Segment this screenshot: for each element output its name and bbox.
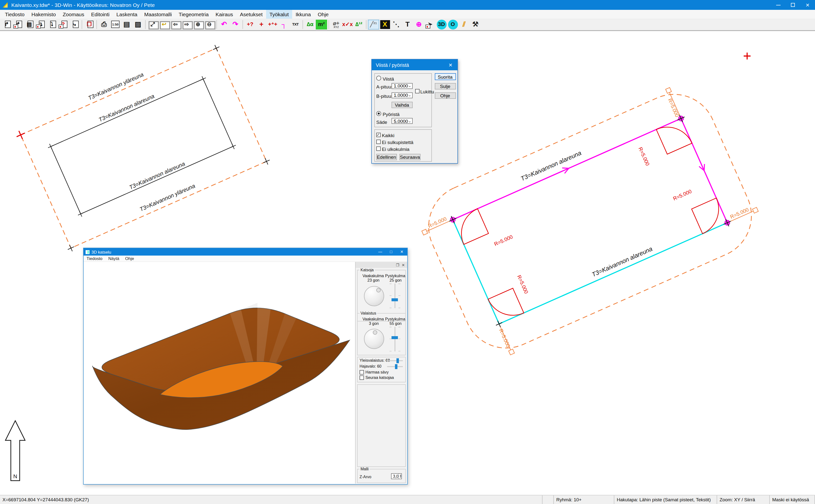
- circle-tool-button[interactable]: ⊕: [413, 20, 424, 29]
- seuraa-katsojaa-checkbox[interactable]: [360, 375, 364, 380]
- write-file-button[interactable]: ↴: [35, 20, 46, 29]
- title-bar: Kaivanto.xy.tdw* - 3D-Win - Käyttöoikeus…: [0, 0, 815, 10]
- node-edit-button[interactable]: ⋱: [391, 20, 402, 29]
- chamfer-fillet-button[interactable]: ╱²¹: [368, 20, 379, 29]
- katsoja-slider-handle[interactable]: [392, 298, 398, 301]
- text-tool-button[interactable]: TXT: [290, 20, 301, 29]
- read-file-format-button[interactable]: ↱: [12, 20, 24, 29]
- menu-kairaus[interactable]: Kairaus: [212, 10, 236, 18]
- toolbar-separator: [82, 20, 82, 29]
- katsoja-horizontal-dial[interactable]: [364, 286, 384, 306]
- file-query-button[interactable]: ?: [57, 20, 69, 29]
- viewer-menu-ohje[interactable]: Ohje: [122, 256, 137, 261]
- zoom-extents-button[interactable]: ⤢: [147, 20, 158, 29]
- zoom-in-button[interactable]: ⊕: [192, 20, 203, 29]
- menu-tiegeometria[interactable]: Tiegeometria: [175, 10, 212, 18]
- point-check-button[interactable]: x✓x: [342, 20, 353, 29]
- menu-laskenta[interactable]: Laskenta: [113, 10, 141, 18]
- menu-ohje[interactable]: Ohje: [314, 10, 332, 18]
- edit-polyline-button[interactable]: ┐: [278, 20, 290, 29]
- export-file-button[interactable]: ⤷: [69, 20, 80, 29]
- page-layout-button[interactable]: ▤: [121, 20, 132, 29]
- viewer-menu-nayta[interactable]: Näytä: [105, 256, 122, 261]
- menu-asetukset[interactable]: Asetukset: [237, 10, 266, 18]
- zoom-out-button[interactable]: ⊖: [203, 20, 215, 29]
- annotate-button[interactable]: ➤: [424, 20, 436, 29]
- a-pituus-combo[interactable]: 1.0000⌄: [391, 83, 413, 89]
- menu-maastomalli[interactable]: Maastomalli: [141, 10, 175, 18]
- zoom-previous-icon: ↩: [162, 22, 166, 27]
- add-points-button[interactable]: +⁺+: [267, 20, 278, 29]
- valaistus-horizontal-dial[interactable]: [364, 329, 384, 349]
- menu-tyokalut[interactable]: Työkalut: [266, 10, 292, 18]
- pan-right-button[interactable]: ⇨: [181, 20, 192, 29]
- copy-window-button[interactable]: ❐: [84, 20, 95, 29]
- add-point-button[interactable]: +: [256, 20, 267, 29]
- viewer-close-button[interactable]: ✕: [396, 248, 407, 256]
- vaihda-button[interactable]: Vaihda: [392, 102, 412, 108]
- undo-button[interactable]: ↶: [219, 20, 230, 29]
- z-arvo-spin-arrows[interactable]: ▲▼: [398, 474, 402, 479]
- lukittu-checkbox[interactable]: [415, 89, 419, 93]
- harmaa-savy-checkbox[interactable]: [360, 370, 364, 374]
- print-scale-button[interactable]: 1:50: [110, 20, 121, 29]
- menu-hakemisto[interactable]: Hakemisto: [28, 10, 59, 18]
- ei-ulkokulmia-checkbox[interactable]: [376, 146, 380, 151]
- panel-float-icon[interactable]: ❐: [396, 263, 399, 267]
- viewer-3d-canvas[interactable]: [84, 262, 356, 484]
- pan-left-button[interactable]: ⇦: [170, 20, 181, 29]
- menu-zoomaus[interactable]: Zoomaus: [59, 10, 88, 18]
- zoom-previous-button[interactable]: ↩: [158, 20, 170, 29]
- b-pituus-combo[interactable]: 1.0000⌄: [391, 92, 413, 98]
- ei-sulkupistetta-checkbox[interactable]: [376, 139, 380, 144]
- delete-button[interactable]: X: [380, 20, 390, 29]
- viewer-minimize-button[interactable]: —: [375, 248, 386, 256]
- sulje-button[interactable]: Sulje: [435, 83, 456, 89]
- viista-radio[interactable]: [376, 76, 381, 81]
- read-file-button[interactable]: ↱: [1, 20, 12, 29]
- katsoja-vertical-slider[interactable]: [394, 284, 395, 308]
- area-tool-button[interactable]: m²: [316, 20, 327, 29]
- toolbar-separator: [303, 20, 303, 29]
- seuraava-button[interactable]: Seuraava: [399, 154, 421, 160]
- excavation-plan-right: R=5.000 R=5.000 R=5.000 R=5.000 R=5.000 …: [409, 75, 771, 367]
- minimize-button[interactable]: [771, 0, 786, 10]
- view-3d-button[interactable]: 3D: [436, 20, 446, 29]
- angle-tool-button[interactable]: ∆α: [305, 20, 316, 29]
- viewer-3d-window: 3D katselu — □ ✕ Tiedosto Näytä Ohje: [83, 248, 408, 485]
- yleisvalaistus-handle[interactable]: [396, 358, 399, 363]
- katsoja-group-label: Katsoja: [360, 268, 375, 272]
- viewer-menu-tiedosto[interactable]: Tiedosto: [84, 256, 105, 261]
- hajavalo-handle[interactable]: [395, 364, 397, 369]
- valaistus-slider-handle[interactable]: [392, 336, 398, 339]
- yleisvalaistus-slider[interactable]: [387, 360, 403, 361]
- sade-combo[interactable]: 5.0000⌄: [391, 118, 413, 124]
- z-arvo-spinner[interactable]: 3,0 ▲▼: [391, 473, 402, 479]
- dialog-close-button[interactable]: ✕: [444, 59, 457, 70]
- maximize-button[interactable]: [786, 0, 800, 10]
- hatch-pattern-button[interactable]: ▨: [132, 20, 144, 29]
- edellinen-button[interactable]: Edellinen: [376, 154, 397, 160]
- read-model-button[interactable]: ▨: [24, 20, 35, 29]
- redo-button[interactable]: ↷: [230, 20, 241, 29]
- coordinate-symbols-button[interactable]: ⌀+XYZ: [331, 20, 342, 29]
- point-query-button[interactable]: +?: [245, 20, 256, 29]
- profile-fan-button[interactable]: ⫽: [458, 20, 470, 29]
- viewer-maximize-button[interactable]: □: [386, 248, 396, 256]
- kaikki-checkbox[interactable]: ✓: [376, 132, 380, 137]
- menu-ikkuna[interactable]: Ikkuna: [292, 10, 314, 18]
- measure-settings-button[interactable]: ⚒: [470, 20, 481, 29]
- print-button[interactable]: ⎙: [98, 20, 110, 29]
- rotate-3d-button[interactable]: O: [448, 20, 458, 29]
- triangle-model-button[interactable]: ∆¹²: [353, 20, 364, 29]
- pillar-button[interactable]: T: [402, 20, 413, 29]
- valaistus-vertical-slider[interactable]: [394, 327, 395, 351]
- ohje-button[interactable]: Ohje: [435, 92, 456, 99]
- pyorista-radio[interactable]: [376, 111, 381, 116]
- menu-editointi[interactable]: Editointi: [88, 10, 113, 18]
- close-button[interactable]: ✕: [800, 0, 815, 10]
- menu-tiedosto[interactable]: Tiedosto: [1, 10, 28, 18]
- panel-close-icon[interactable]: ✕: [402, 263, 405, 267]
- suorita-button[interactable]: Suorita: [435, 73, 456, 80]
- write-file-as-button[interactable]: ⤵: [46, 20, 57, 29]
